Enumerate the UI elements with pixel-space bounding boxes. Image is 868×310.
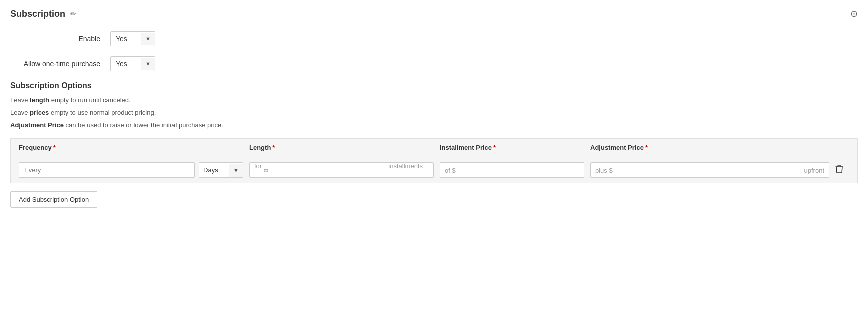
delete-row-button[interactable] — [833, 163, 845, 178]
frequency-cell: Days Weeks Months Years ▼ — [19, 162, 249, 178]
options-table-header: Frequency* Length* Installment Price* Ad… — [11, 139, 857, 157]
delete-cell — [829, 163, 849, 178]
enable-label: Enable — [0, 35, 110, 43]
frequency-input[interactable] — [19, 162, 195, 178]
header-adjustment: Adjustment Price* — [590, 144, 829, 151]
days-select[interactable]: Days Weeks Months Years — [199, 163, 229, 177]
enable-select[interactable]: Yes No — [111, 32, 141, 46]
subscription-options-title: Subscription Options — [10, 81, 858, 90]
page-container: Subscription ✏ ⊙ Enable Yes No ▼ Allow o… — [0, 0, 868, 216]
header-length: Length* — [249, 144, 440, 151]
length-input-wrapper: for installments — [249, 162, 434, 178]
one-time-row: Allow one-time purchase Yes No ▼ — [10, 56, 858, 71]
one-time-select-wrapper: Yes No ▼ — [110, 56, 155, 71]
table-row: Days Weeks Months Years ▼ for installmen… — [11, 157, 857, 183]
adjustment-input[interactable] — [590, 162, 829, 178]
days-select-wrapper: Days Weeks Months Years ▼ — [199, 162, 243, 178]
length-cell: for installments — [249, 162, 440, 178]
days-select-arrow: ▼ — [229, 164, 243, 177]
one-time-select-arrow: ▼ — [141, 58, 155, 70]
header-delete — [829, 144, 849, 151]
subscription-options-section: Subscription Options Leave length empty … — [10, 81, 858, 208]
enable-select-arrow: ▼ — [141, 33, 155, 45]
installment-input-wrapper: of $ — [440, 162, 584, 178]
info-adjustment: Adjustment Price can be used to raise or… — [10, 120, 858, 131]
section-header: Subscription ✏ ⊙ — [10, 8, 858, 19]
info-length: Leave length empty to run until canceled… — [10, 95, 858, 106]
one-time-label: Allow one-time purchase — [0, 60, 110, 68]
length-input[interactable] — [249, 162, 434, 178]
collapse-icon[interactable]: ⊙ — [850, 8, 858, 19]
add-subscription-option-button[interactable]: Add Subscription Option — [10, 191, 97, 208]
section-title: Subscription — [10, 9, 65, 19]
edit-icon[interactable]: ✏ — [70, 10, 76, 18]
header-frequency: Frequency* — [19, 144, 249, 151]
installment-cell: of $ — [440, 162, 590, 178]
options-table: Frequency* Length* Installment Price* Ad… — [10, 138, 858, 183]
one-time-select[interactable]: Yes No — [111, 57, 141, 71]
header-installment: Installment Price* — [440, 144, 590, 151]
adjustment-cell: plus $ upfront — [590, 162, 829, 178]
installment-input[interactable] — [440, 162, 584, 178]
enable-row: Enable Yes No ▼ — [10, 31, 858, 46]
info-prices: Leave prices empty to use normal product… — [10, 108, 858, 118]
adjustment-input-wrapper: plus $ upfront — [590, 162, 829, 178]
enable-select-wrapper: Yes No ▼ — [110, 31, 155, 46]
section-title-area: Subscription ✏ — [10, 9, 76, 19]
